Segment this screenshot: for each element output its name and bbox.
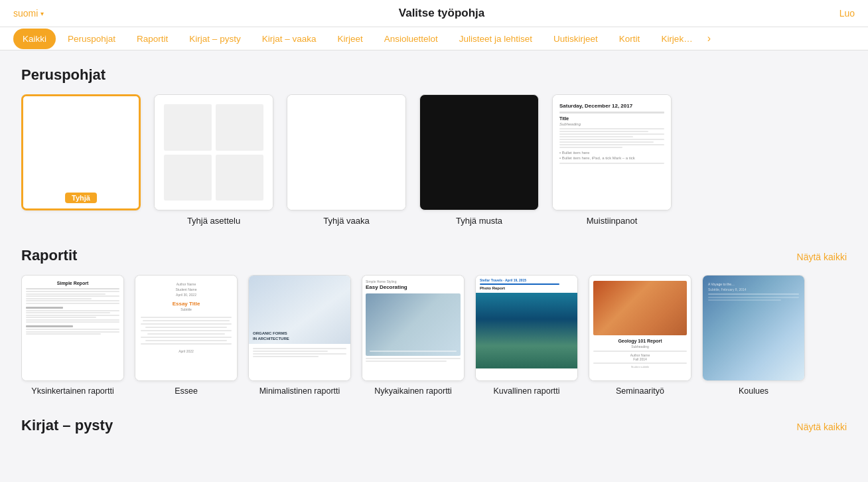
template-seminaarityö[interactable]: Geology 101 Report Subheading Author Nam…: [589, 275, 691, 396]
section-raportit-title: Raportit: [21, 247, 77, 264]
nav-arrow-right[interactable]: ›: [705, 27, 713, 50]
template-muistiinpanot-label: Muistiinpanot: [587, 216, 638, 226]
template-tyhja-musta-label: Tyhjä musta: [456, 216, 502, 226]
template-tyhja-vaaka-label: Tyhjä vaaka: [323, 216, 369, 226]
essay-mockup: Author Name Student Name April 30, 2022 …: [135, 276, 237, 380]
section-peruspohjat-title: Peruspohjat: [21, 66, 106, 84]
language-selector[interactable]: suomi ▾: [13, 8, 44, 19]
template-essee-thumb: Author Name Student Name April 30, 2022 …: [135, 275, 238, 381]
cat-kaikki[interactable]: Kaikki: [13, 29, 56, 49]
template-nykyaikainen-label: Nykyaikainen raportti: [374, 386, 452, 396]
template-yksinkertainen-thumb: Simple Report: [21, 275, 124, 381]
cat-julisteet[interactable]: Julisteet ja lehtiset: [450, 29, 542, 49]
template-tyhja-vaaka[interactable]: Tyhjä vaaka: [287, 94, 406, 226]
section-raportit-header: Raportit Näytä kaikki: [21, 247, 847, 264]
template-koulues[interactable]: A Voyage to the… Subtitle, February 8, 2…: [702, 275, 805, 396]
template-kuvallinen-label: Kuvallinen raportti: [493, 386, 559, 396]
content-area: Peruspohjat Tyhjä: [0, 50, 868, 471]
photo-report-mockup: Stellar Travels · April 19, 2015 Photo R…: [476, 276, 577, 380]
cat-uutiskirjeet[interactable]: Uutiskirjeet: [544, 29, 607, 49]
kirjat-pysty-see-all[interactable]: Näytä kaikki: [797, 422, 847, 432]
template-minimalistinen[interactable]: ORGANIC FORMSIN ARCHITECTURE Minimalisti…: [248, 275, 351, 396]
language-label: suomi: [13, 8, 38, 19]
tyhja-badge: Tyhjä: [65, 193, 97, 203]
simple-report-mockup: Simple Report: [22, 276, 123, 380]
template-tyhja-musta[interactable]: Tyhjä musta: [419, 94, 539, 226]
template-tyhja-asettelu[interactable]: Tyhjä asettelu: [154, 94, 273, 226]
modern-mockup: Simple Home Styling Easy Decorating: [362, 276, 464, 380]
cat-ansioluettelot[interactable]: Ansioluettelot: [375, 29, 447, 49]
minimalist-mockup: ORGANIC FORMSIN ARCHITECTURE: [249, 276, 350, 380]
template-tyhja-thumb: Tyhjä: [21, 94, 141, 210]
template-koulues-thumb: A Voyage to the… Subtitle, February 8, 2…: [702, 275, 805, 381]
template-nykyaikainen-thumb: Simple Home Styling Easy Decorating: [362, 275, 465, 381]
template-seminaarityö-thumb: Geology 101 Report Subheading Author Nam…: [589, 275, 691, 381]
top-bar: suomi ▾ Valitse työpohja Luo: [0, 0, 868, 27]
template-essee-label: Essee: [175, 386, 198, 396]
layout-mockup: [155, 95, 273, 210]
template-minimalistinen-thumb: ORGANIC FORMSIN ARCHITECTURE: [248, 275, 351, 381]
cat-peruspohjat[interactable]: Peruspohjat: [58, 29, 125, 49]
template-seminaarityö-label: Seminaarityö: [616, 386, 664, 396]
category-nav: Kaikki Peruspohjat Raportit Kirjat – pys…: [0, 27, 868, 50]
landscape-mockup: [287, 95, 405, 210]
template-muistiinpanot-thumb: Saturday, December 12, 2017 Title Subhea…: [552, 94, 672, 210]
voyage-mockup: A Voyage to the… Subtitle, February 8, 2…: [703, 276, 804, 380]
cat-kirjat-pysty[interactable]: Kirjat – pysty: [180, 29, 250, 49]
template-essee[interactable]: Author Name Student Name April 30, 2022 …: [135, 275, 238, 396]
section-raportit: Raportit Näytä kaikki Simple Report: [21, 247, 847, 396]
template-tyhja-asettelu-thumb: [154, 94, 273, 210]
template-yksinkertainen[interactable]: Simple Report: [21, 275, 124, 396]
peruspohjat-grid: Tyhjä Tyhjä asettelu: [21, 94, 847, 226]
blank-mockup: [23, 96, 139, 208]
section-kirjat-pysty-header: Kirjat – pysty Näytä kaikki: [21, 417, 847, 434]
category-nav-items: Kaikki Peruspohjat Raportit Kirjat – pys…: [13, 29, 702, 49]
template-yksinkertainen-label: Yksinkertainen raportti: [31, 386, 113, 396]
section-kirjat-pysty: Kirjat – pysty Näytä kaikki: [21, 417, 847, 434]
cat-raportit[interactable]: Raportit: [127, 29, 177, 49]
seminar-mockup: Geology 101 Report Subheading Author Nam…: [589, 276, 691, 380]
cat-kortit[interactable]: Kortit: [610, 29, 650, 49]
section-kirjat-pysty-title: Kirjat – pysty: [21, 417, 113, 434]
template-muistiinpanot[interactable]: Saturday, December 12, 2017 Title Subhea…: [552, 94, 672, 226]
chevron-down-icon: ▾: [40, 10, 44, 17]
raportit-grid: Simple Report: [21, 275, 847, 396]
cat-kirjek[interactable]: Kirjek…: [652, 29, 701, 49]
template-kuvallinen-thumb: Stellar Travels · April 19, 2015 Photo R…: [475, 275, 578, 381]
section-peruspohjat: Peruspohjat Tyhjä: [21, 66, 847, 226]
template-kuvallinen[interactable]: Stellar Travels · April 19, 2015 Photo R…: [475, 275, 578, 396]
page-title: Valitse työpohja: [399, 7, 484, 20]
template-minimalistinen-label: Minimalistinen raportti: [259, 386, 340, 396]
section-peruspohjat-header: Peruspohjat: [21, 66, 847, 84]
template-tyhja[interactable]: Tyhjä: [21, 94, 141, 226]
cat-kirjat-vaaka[interactable]: Kirjat – vaaka: [253, 29, 326, 49]
create-button[interactable]: Luo: [839, 8, 855, 19]
cat-kirjeet[interactable]: Kirjeet: [328, 29, 372, 49]
template-nykyaikainen[interactable]: Simple Home Styling Easy Decorating Nyky…: [362, 275, 465, 396]
raportit-see-all[interactable]: Näytä kaikki: [797, 252, 847, 262]
template-koulues-label: Koulues: [739, 386, 768, 396]
template-tyhja-vaaka-thumb: [287, 94, 406, 210]
template-tyhja-musta-thumb: [419, 94, 539, 210]
notes-mockup: Saturday, December 12, 2017 Title Subhea…: [553, 95, 671, 210]
template-tyhja-asettelu-label: Tyhjä asettelu: [187, 216, 240, 226]
